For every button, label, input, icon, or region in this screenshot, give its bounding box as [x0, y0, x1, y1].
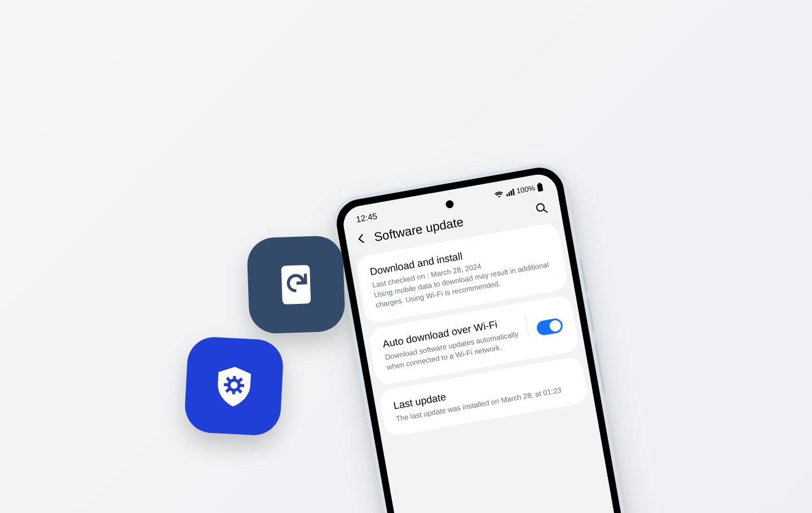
svg-rect-11 — [232, 390, 236, 394]
svg-point-6 — [536, 203, 545, 211]
battery-icon — [536, 182, 544, 192]
phone-mockup: 12:45 100% — [329, 160, 644, 513]
svg-rect-3 — [512, 188, 514, 195]
svg-rect-0 — [506, 194, 508, 196]
search-button[interactable] — [534, 201, 548, 215]
svg-rect-2 — [510, 190, 513, 195]
wifi-icon — [494, 190, 504, 198]
svg-line-7 — [544, 209, 547, 213]
svg-rect-1 — [508, 192, 510, 196]
battery-text: 100% — [516, 184, 536, 196]
security-app-icon — [184, 336, 285, 437]
svg-rect-10 — [233, 376, 236, 380]
auto-download-toggle[interactable] — [536, 317, 564, 337]
svg-rect-5 — [537, 183, 543, 192]
svg-rect-13 — [240, 384, 244, 387]
back-button[interactable] — [355, 232, 368, 248]
signal-icon — [505, 188, 515, 197]
svg-rect-12 — [224, 383, 228, 387]
svg-rect-8 — [281, 265, 311, 304]
status-time: 12:45 — [355, 211, 378, 224]
software-update-app-icon — [246, 235, 346, 334]
